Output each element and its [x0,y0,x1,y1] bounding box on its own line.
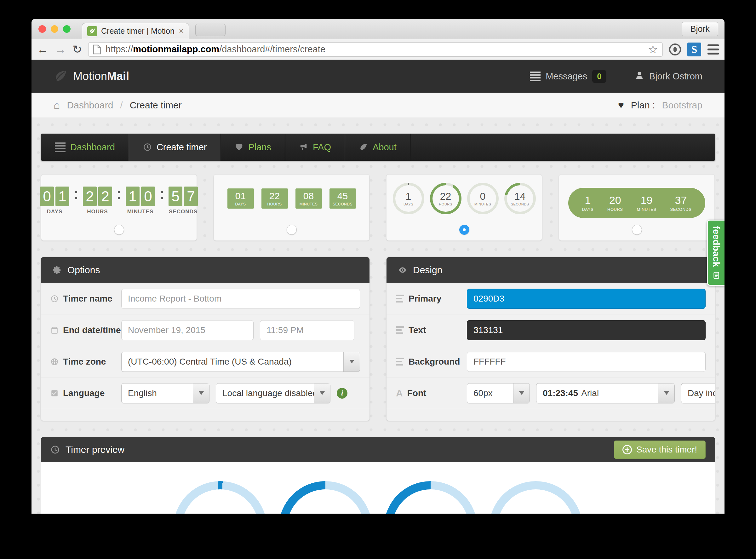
timer-style-radio-pill[interactable] [632,225,642,235]
options-panel: Options Timer name Income Report - Botto… [41,257,369,421]
end-time-input[interactable]: 11:59 PM [260,320,354,340]
breadcrumb-current: Create timer [130,100,182,111]
unit-label: HOURS [268,202,282,206]
preview-progress-ring: 0 [174,481,267,514]
breadcrumb-separator: / [120,100,122,111]
options-panel-footer [41,409,369,421]
primary-color-input[interactable]: 0290D3 [467,289,706,309]
back-icon[interactable]: ← [37,44,48,55]
tab-dashboard[interactable]: Dashboard [41,134,129,161]
unit-label: SECONDS [333,202,352,206]
font-label: Font [407,388,427,398]
browser-tab[interactable]: Create timer | MotionMail × [82,23,189,39]
zoom-window-button[interactable] [63,25,71,33]
bookmark-star-icon[interactable]: ☆ [648,44,658,55]
flip-digit: 7 [184,186,198,206]
text-color-row: Text 313131 [387,314,715,346]
local-language-select[interactable]: Local language disabled [216,383,330,403]
page-icon [93,44,101,54]
timer-name-label: Timer name [63,294,112,304]
plus-icon [622,445,632,454]
options-title: Options [67,265,100,275]
close-window-button[interactable] [39,25,46,33]
timer-name-input[interactable]: Income Report - Bottom [121,289,360,309]
font-icon: A [396,388,403,399]
chevron-down-icon [513,383,529,403]
info-icon[interactable]: i [337,388,347,399]
tab-plans[interactable]: Plans [221,134,285,161]
time-zone-select[interactable]: (UTC-06:00) Central Time (US & Canada) [121,352,360,372]
text-color-input[interactable]: 313131 [467,320,706,340]
home-icon: ⌂ [53,99,60,111]
motionmail-logo[interactable]: MotionMail [53,69,129,84]
clipboard-icon [712,271,720,280]
user-menu[interactable]: Bjork Ostrom [635,71,703,82]
colon-separator [161,191,163,199]
unit-value: 08 [303,191,314,201]
browser-menu-icon[interactable] [708,44,719,54]
font-size-select[interactable]: 60px [467,383,530,403]
timer-style-card-flip[interactable]: 0 1 DAYS 2 2 HOURS [41,174,197,241]
breadcrumb-dashboard-link[interactable]: Dashboard [67,100,113,111]
unit-value: 37 [675,194,687,206]
timer-style-card-blocks[interactable]: 01DAYS 22HOURS 08MINUTES 45SECONDS [213,174,369,241]
flip-digit: 2 [83,186,97,206]
unit-label: DAYS [582,207,593,212]
breadcrumb: ⌂ Dashboard / Create timer [53,99,182,111]
url-bar[interactable]: https://motionmailapp.com/dashboard#/tim… [88,42,663,57]
unit-value: 45 [337,191,348,201]
timer-style-radio-blocks[interactable] [287,225,297,235]
password-extension-icon[interactable] [669,44,681,55]
blocks-timer-preview: 01DAYS 22HOURS 08MINUTES 45SECONDS [214,188,369,208]
browser-profile-button[interactable]: Bjork [682,22,718,36]
messages-label: Messages [546,71,587,82]
tab-create-timer[interactable]: Create timer [129,134,221,161]
language-select[interactable]: English [121,383,209,403]
day-display-select[interactable]: Day incl... [681,383,715,403]
tab-about[interactable]: About [345,134,411,161]
clock-icon [50,295,59,303]
font-family-select[interactable]: 01:23:45Arial [536,383,675,403]
list-icon [55,142,66,152]
colon-separator [118,191,120,199]
lines-icon [396,326,404,334]
design-panel-header: Design [387,257,715,283]
tab-faq[interactable]: FAQ [285,134,345,161]
user-name: Bjork Ostrom [649,71,703,82]
font-row: A Font 60px 01:23:45Arial [387,377,715,409]
leaf-icon [53,69,68,84]
gear-icon [52,265,62,275]
flip-digit: 1 [55,186,69,206]
checkbox-icon [50,389,59,397]
timer-style-card-circles[interactable]: 1DAYS 22HOURS 0MINUTES 14SECONDS [386,174,542,241]
feedback-tab[interactable]: feedback [707,220,725,286]
primary-label: Primary [409,294,441,304]
time-zone-row: Time zone (UTC-06:00) Central Time (US &… [41,346,369,377]
timer-style-card-pill[interactable]: 1DAYS 20HOURS 19MINUTES 37SECONDS [559,174,715,241]
leaf-icon [359,143,368,152]
unit-label: SECONDS [670,207,692,212]
save-timer-button[interactable]: Save this timer! [614,441,706,459]
timer-style-radio-flip[interactable] [114,225,124,235]
reload-icon[interactable]: ↻ [72,44,82,55]
heart-icon: ♥ [618,99,624,111]
s-extension-icon[interactable]: S [687,43,701,57]
colon-separator [75,191,77,199]
minimize-window-button[interactable] [51,25,58,33]
messages-list-icon [530,71,541,81]
app-header: MotionMail Messages 0 Bjork Ostrom [31,60,725,93]
flip-timer-preview: 0 1 DAYS 2 2 HOURS [41,186,197,215]
messages-menu[interactable]: Messages 0 [530,70,606,83]
flip-digit: 2 [98,186,112,206]
timer-preview-title: Timer preview [66,444,124,455]
flip-digit: 0 [141,186,155,206]
new-tab-button[interactable] [195,24,226,36]
tab-close-icon[interactable]: × [179,26,184,36]
chevron-down-icon [314,383,330,403]
page-content: Dashboard Create timer Plans FAQ About [31,118,725,514]
timer-style-radio-circles[interactable] [459,225,469,235]
heart-icon [235,143,244,152]
background-color-input[interactable]: FFFFFF [467,352,706,372]
end-date-input[interactable]: November 19, 2015 [121,320,254,340]
forward-icon[interactable]: → [55,44,66,55]
